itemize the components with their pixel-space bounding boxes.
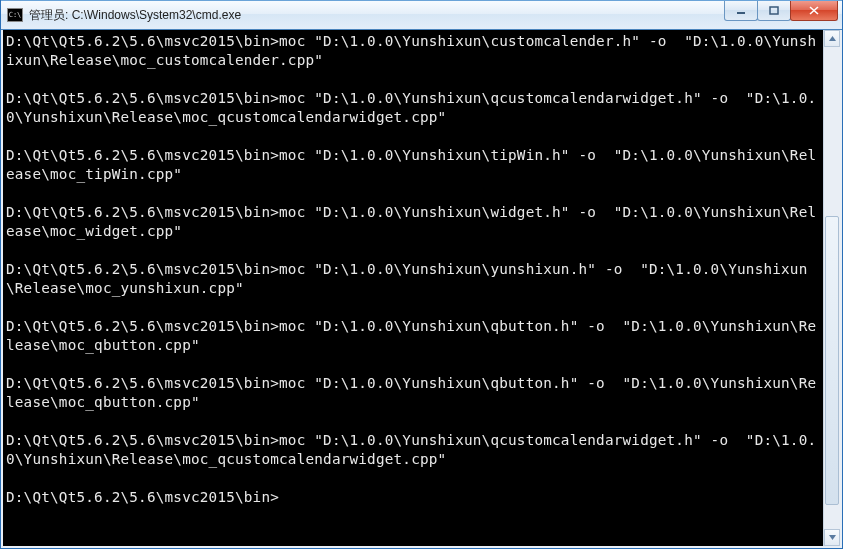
- close-button[interactable]: [790, 1, 838, 21]
- scroll-track[interactable]: [824, 47, 840, 529]
- cmd-icon: [7, 8, 23, 22]
- window-title: 管理员: C:\Windows\System32\cmd.exe: [29, 7, 725, 24]
- chevron-up-icon: [828, 34, 837, 43]
- scroll-thumb[interactable]: [825, 216, 839, 505]
- text-cursor: [280, 489, 288, 505]
- vertical-scrollbar[interactable]: [823, 30, 840, 546]
- scroll-down-button[interactable]: [824, 529, 840, 546]
- console-output[interactable]: D:\Qt\Qt5.6.2\5.6\msvc2015\bin>moc "D:\1…: [3, 30, 823, 546]
- svg-rect-0: [737, 12, 745, 14]
- chevron-down-icon: [828, 533, 837, 542]
- svg-marker-4: [829, 36, 836, 41]
- cmd-window: 管理员: C:\Windows\System32\cmd.exe D:\Qt\Q…: [0, 0, 843, 549]
- svg-marker-5: [829, 535, 836, 540]
- svg-rect-1: [770, 7, 778, 14]
- window-buttons: [725, 1, 842, 29]
- titlebar[interactable]: 管理员: C:\Windows\System32\cmd.exe: [1, 0, 842, 30]
- minimize-icon: [736, 6, 746, 16]
- scroll-up-button[interactable]: [824, 30, 840, 47]
- maximize-icon: [769, 6, 779, 16]
- minimize-button[interactable]: [724, 1, 758, 21]
- console-client-area: D:\Qt\Qt5.6.2\5.6\msvc2015\bin>moc "D:\1…: [1, 30, 842, 548]
- close-icon: [809, 6, 820, 16]
- maximize-button[interactable]: [757, 1, 791, 21]
